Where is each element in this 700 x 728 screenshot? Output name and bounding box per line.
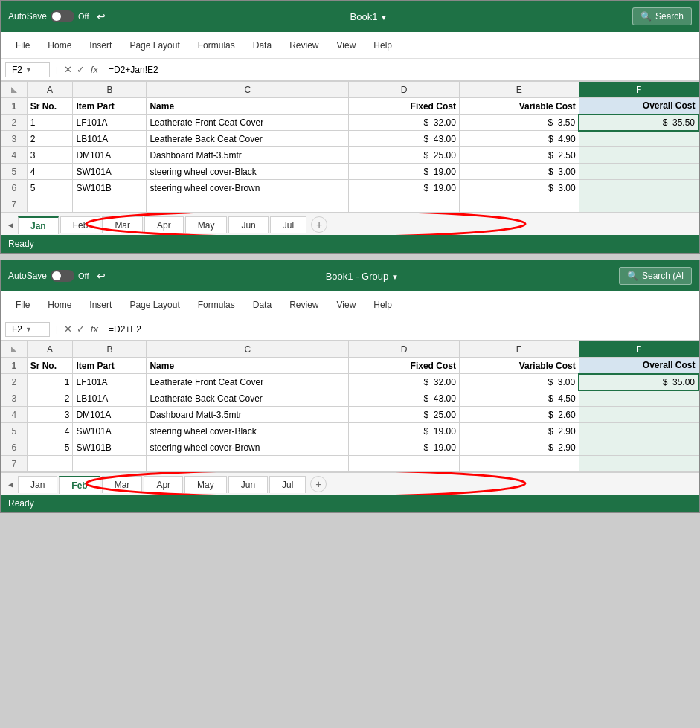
menu-pagelayout-1[interactable]: Page Layout: [122, 36, 187, 55]
cell-e4-1[interactable]: $ 2.50: [459, 147, 579, 164]
cell-b1-1[interactable]: Item Part: [73, 98, 147, 115]
cell-a4-1[interactable]: 3: [27, 147, 73, 164]
cell-b3-1[interactable]: LB101A: [73, 131, 147, 147]
cell-d7-1[interactable]: [349, 196, 459, 213]
cell-b1-2[interactable]: Item Part: [73, 358, 147, 374]
confirm-icon-2[interactable]: ✓: [77, 323, 85, 335]
menu-review-1[interactable]: Review: [282, 36, 326, 55]
cell-b6-2[interactable]: SW101B: [73, 439, 147, 456]
cell-d7-2[interactable]: [349, 456, 459, 472]
cell-c7-2[interactable]: [147, 456, 349, 472]
cell-a3-1[interactable]: 2: [27, 131, 73, 147]
cell-e2-1[interactable]: $ 3.50: [459, 115, 579, 131]
cell-d4-2[interactable]: $ 25.00: [349, 407, 459, 423]
col-header-f-2[interactable]: F: [579, 341, 699, 358]
cell-a5-2[interactable]: 4: [27, 423, 73, 439]
col-header-d-1[interactable]: D: [349, 82, 459, 98]
col-header-b-2[interactable]: B: [73, 341, 147, 358]
tab-jun-2[interactable]: Jun: [228, 476, 268, 493]
cell-f1-2[interactable]: Overall Cost: [579, 358, 699, 374]
tab-jul-1[interactable]: Jul: [270, 216, 306, 233]
col-header-f-1[interactable]: F: [579, 82, 699, 98]
cancel-icon-2[interactable]: ✕: [64, 323, 72, 335]
title-dropdown-2[interactable]: ▼: [391, 273, 399, 281]
cell-c3-2[interactable]: Leatherate Back Ceat Cover: [147, 390, 349, 407]
cell-f1-1[interactable]: Overall Cost: [579, 98, 699, 115]
cell-a1-2[interactable]: Sr No.: [27, 358, 73, 374]
title-dropdown-1[interactable]: ▼: [380, 13, 388, 22]
cell-c6-1[interactable]: steering wheel cover-Brown: [147, 180, 349, 196]
tab-may-2[interactable]: May: [184, 476, 227, 493]
menu-pagelayout-2[interactable]: Page Layout: [122, 295, 187, 315]
col-header-c-2[interactable]: C: [147, 341, 349, 358]
cell-b7-1[interactable]: [73, 196, 147, 213]
autosave-toggle-1[interactable]: [51, 10, 74, 22]
cell-a6-1[interactable]: 5: [27, 180, 73, 196]
confirm-icon-1[interactable]: ✓: [77, 64, 85, 75]
menu-review-2[interactable]: Review: [282, 295, 326, 315]
formula-content-2[interactable]: =D2+E2: [104, 323, 695, 336]
menu-home-2[interactable]: Home: [40, 295, 79, 315]
cell-b4-1[interactable]: DM101A: [73, 147, 147, 164]
undo-icon-1[interactable]: ↩: [97, 10, 106, 22]
menu-view-1[interactable]: View: [330, 36, 364, 55]
cell-ref-2[interactable]: F2 ▼: [5, 322, 50, 337]
tab-feb-1[interactable]: Feb: [60, 216, 101, 233]
cell-f4-2[interactable]: [579, 407, 699, 423]
cell-c4-1[interactable]: Dashboard Matt-3.5mtr: [147, 147, 349, 164]
cell-e7-2[interactable]: [459, 456, 579, 472]
cell-a3-2[interactable]: 2: [27, 390, 73, 407]
cell-e3-1[interactable]: $ 4.90: [459, 131, 579, 147]
cell-a7-1[interactable]: [27, 196, 73, 213]
tab-jun-1[interactable]: Jun: [228, 216, 268, 233]
autosave-toggle-2[interactable]: [51, 270, 74, 282]
menu-data-2[interactable]: Data: [245, 295, 279, 315]
cell-f2-1[interactable]: $ 35.50: [579, 115, 699, 131]
tab-mar-1[interactable]: Mar: [102, 216, 143, 233]
cell-b4-2[interactable]: DM101A: [73, 407, 147, 423]
cell-c1-1[interactable]: Name: [147, 98, 349, 115]
tab-may-1[interactable]: May: [185, 216, 228, 233]
cell-e7-1[interactable]: [459, 196, 579, 213]
cell-f5-1[interactable]: [579, 164, 699, 180]
cell-d1-1[interactable]: Fixed Cost: [349, 98, 459, 115]
add-sheet-2[interactable]: +: [310, 476, 327, 492]
cell-f7-1[interactable]: [579, 196, 699, 213]
menu-file-2[interactable]: File: [8, 295, 37, 315]
cell-b6-1[interactable]: SW101B: [73, 180, 147, 196]
cell-d2-2[interactable]: $ 32.00: [349, 374, 459, 390]
cell-ref-1[interactable]: F2 ▼: [5, 62, 50, 77]
cell-e1-2[interactable]: Variable Cost: [459, 358, 579, 374]
cell-b7-2[interactable]: [73, 456, 147, 472]
cell-c5-1[interactable]: steering wheel cover-Black: [147, 164, 349, 180]
cell-a2-1[interactable]: 1: [27, 115, 73, 131]
col-header-a-1[interactable]: A: [27, 82, 73, 98]
cell-d1-2[interactable]: Fixed Cost: [349, 358, 459, 374]
cell-f4-1[interactable]: [579, 147, 699, 164]
cell-f5-2[interactable]: [579, 423, 699, 439]
cell-b2-2[interactable]: LF101A: [73, 374, 147, 390]
cell-e1-1[interactable]: Variable Cost: [459, 98, 579, 115]
cell-c1-2[interactable]: Name: [147, 358, 349, 374]
cell-c2-1[interactable]: Leatherate Front Ceat Cover: [147, 115, 349, 131]
col-header-c-1[interactable]: C: [147, 82, 349, 98]
menu-formulas-2[interactable]: Formulas: [190, 295, 243, 315]
cell-d5-2[interactable]: $ 19.00: [349, 423, 459, 439]
cell-ref-dropdown-2[interactable]: ▼: [25, 326, 32, 333]
cell-b5-1[interactable]: SW101A: [73, 164, 147, 180]
cell-e6-2[interactable]: $ 2.90: [459, 439, 579, 456]
search-box-1[interactable]: 🔍 Search: [632, 7, 692, 25]
tab-apr-1[interactable]: Apr: [144, 216, 184, 233]
cell-e6-1[interactable]: $ 3.00: [459, 180, 579, 196]
tab-mar-2[interactable]: Mar: [102, 476, 143, 493]
cell-f3-1[interactable]: [579, 131, 699, 147]
cell-f2-2[interactable]: $ 35.00: [579, 374, 699, 390]
col-header-e-2[interactable]: E: [459, 341, 579, 358]
tab-apr-2[interactable]: Apr: [144, 476, 183, 493]
menu-data-1[interactable]: Data: [245, 36, 279, 55]
cell-f7-2[interactable]: [579, 456, 699, 472]
cell-a4-2[interactable]: 3: [27, 407, 73, 423]
cell-c6-2[interactable]: steering wheel cover-Brown: [147, 439, 349, 456]
cell-f3-2[interactable]: [579, 390, 699, 407]
cell-d5-1[interactable]: $ 19.00: [349, 164, 459, 180]
